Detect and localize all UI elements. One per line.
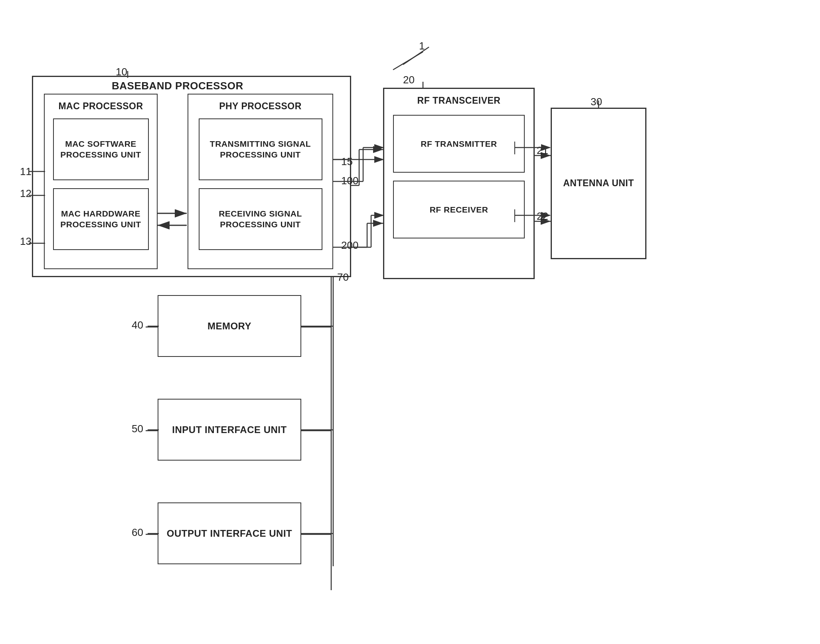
memory-label: MEMORY bbox=[207, 320, 251, 332]
baseband-processor-label: BASEBAND PROCESSOR bbox=[112, 80, 243, 92]
ref-15: 15 bbox=[341, 156, 353, 168]
ref-22: 22 bbox=[537, 210, 548, 223]
rf-transceiver-label: RF TRANSCEIVER bbox=[415, 93, 503, 109]
rf-transmitter-box: RF TRANSMITTER bbox=[393, 115, 525, 173]
rf-receiver-box: RF RECEIVER bbox=[393, 181, 525, 238]
antenna-unit-box: ANTENNA UNIT bbox=[551, 108, 646, 259]
diagram: 1 BASEBAND PROCESSOR 10 MAC PROCESSOR MA… bbox=[0, 0, 820, 644]
ref-11: 11 bbox=[20, 165, 32, 178]
rf-transmitter-label: RF TRANSMITTER bbox=[421, 138, 497, 149]
mac-software-label: MAC SOFTWARE PROCESSING UNIT bbox=[54, 138, 148, 160]
mac-hardware-label: MAC HARDDWARE PROCESSING UNIT bbox=[54, 208, 148, 230]
output-interface-label: OUTPUT INTERFACE UNIT bbox=[167, 527, 292, 540]
svg-line-34 bbox=[403, 47, 429, 65]
ref-70: 70 bbox=[337, 271, 349, 284]
ref-20: 20 bbox=[403, 74, 415, 86]
svg-line-3 bbox=[393, 52, 423, 70]
mac-software-box: MAC SOFTWARE PROCESSING UNIT bbox=[53, 118, 149, 180]
receiving-signal-box: RECEIVING SIGNAL PROCESSING UNIT bbox=[199, 188, 322, 250]
ref-40: 40 bbox=[132, 319, 143, 331]
phy-processor-label: PHY PROCESSOR bbox=[217, 98, 304, 114]
ref-50: 50 bbox=[132, 423, 143, 435]
rf-receiver-label: RF RECEIVER bbox=[430, 204, 488, 215]
ref-10: 10 bbox=[116, 66, 127, 78]
ref-1: 1 bbox=[419, 40, 425, 52]
receiving-signal-label: RECEIVING SIGNAL PROCESSING UNIT bbox=[200, 208, 322, 230]
ref-100: 100 bbox=[341, 175, 358, 187]
output-interface-box: OUTPUT INTERFACE UNIT bbox=[158, 502, 301, 564]
rf-transceiver-box: RF TRANSCEIVER RF TRANSMITTER RF RECEIVE… bbox=[383, 88, 535, 279]
ref-30: 30 bbox=[591, 96, 602, 108]
ref-21: 21 bbox=[537, 144, 548, 157]
ref-200: 200 bbox=[341, 239, 358, 252]
ref-12: 12 bbox=[20, 187, 32, 200]
transmitting-signal-box: TRANSMITTING SIGNAL PROCESSING UNIT bbox=[199, 118, 322, 180]
antenna-unit-label: ANTENNA UNIT bbox=[563, 177, 634, 189]
mac-processor-box: MAC PROCESSOR MAC SOFTWARE PROCESSING UN… bbox=[44, 94, 158, 269]
ref-60: 60 bbox=[132, 526, 143, 539]
mac-hardware-box: MAC HARDDWARE PROCESSING UNIT bbox=[53, 188, 149, 250]
mac-processor-label: MAC PROCESSOR bbox=[56, 98, 145, 114]
transmitting-signal-label: TRANSMITTING SIGNAL PROCESSING UNIT bbox=[200, 138, 322, 160]
input-interface-label: INPUT INTERFACE UNIT bbox=[172, 423, 287, 436]
memory-box: MEMORY bbox=[158, 295, 301, 357]
phy-processor-box: PHY PROCESSOR TRANSMITTING SIGNAL PROCES… bbox=[188, 94, 333, 269]
ref-13: 13 bbox=[20, 235, 32, 248]
input-interface-box: INPUT INTERFACE UNIT bbox=[158, 399, 301, 461]
